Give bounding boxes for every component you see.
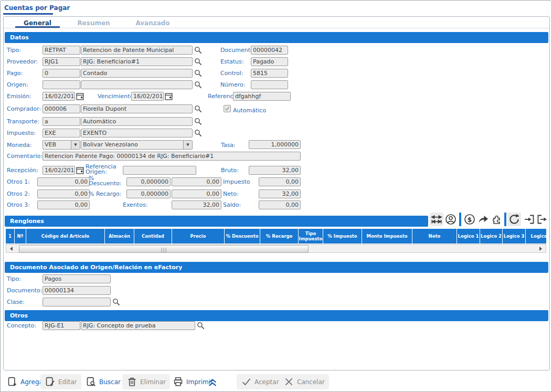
saldo-field[interactable]: 0,00 — [259, 200, 301, 209]
proveedor-code-field[interactable]: RJG1 — [43, 57, 80, 66]
doc-tipo-field[interactable]: Pagos — [43, 274, 111, 283]
tab-resumen[interactable]: Resumen — [74, 19, 113, 27]
otros3-field[interactable]: 0,00 — [37, 200, 90, 209]
buscar-button[interactable]: Buscar — [81, 374, 125, 389]
documento-field[interactable]: 00000042 — [251, 46, 288, 55]
user-icon[interactable] — [444, 213, 457, 226]
concepto-desc-field[interactable]: RJG: Concepto de prueba — [81, 321, 195, 330]
grid-column-header[interactable]: Monto Impuesto — [362, 229, 412, 243]
grid-column-header[interactable]: Código del Artículo — [26, 229, 105, 243]
currency-icon[interactable]: $ — [463, 213, 476, 226]
transporte-code-field[interactable]: a — [43, 117, 80, 126]
import-icon[interactable] — [523, 213, 536, 226]
grid-column-header[interactable]: Nº — [15, 229, 26, 243]
pago-search-icon[interactable] — [194, 69, 202, 77]
monto-descuento-field[interactable]: 0,00 — [172, 177, 221, 186]
numero-field[interactable] — [251, 80, 288, 89]
grid-column-header[interactable]: Neto — [412, 229, 457, 243]
tab-avanzado[interactable]: Avanzado — [132, 19, 174, 27]
recepcion-field[interactable]: 16/02/201 — [43, 166, 75, 175]
editar-button[interactable]: Editar — [40, 374, 81, 389]
monto-recargo-field[interactable]: 0,00 — [172, 189, 221, 198]
vencimiento-field[interactable]: 16/02/201 — [131, 92, 164, 101]
pago-desc-field[interactable]: Contado — [81, 69, 193, 78]
grid-column-header[interactable]: Logico 1 — [457, 229, 480, 243]
comprador-desc-field[interactable]: Fiorella Dupont — [81, 104, 193, 113]
grid-horizontal-scrollbar[interactable] — [6, 244, 546, 253]
otros2-field[interactable]: 0,00 — [37, 189, 90, 198]
moneda-desc-value: Bolivar Venezolano — [83, 141, 138, 148]
transporte-desc-field[interactable]: Automático — [81, 117, 193, 126]
export-icon[interactable] — [536, 213, 548, 226]
grid-column-header[interactable]: Precio — [172, 229, 225, 243]
exentos-label: Exentos: — [123, 202, 147, 208]
tipo-search-icon[interactable] — [194, 46, 202, 54]
vencimiento-calendar-icon[interactable] — [165, 92, 173, 100]
exentos-field[interactable]: 32,00 — [172, 200, 221, 209]
eliminar-button[interactable]: Eliminar — [122, 374, 170, 389]
recepcion-calendar-icon[interactable] — [76, 166, 84, 174]
estatus-field[interactable]: Pagado — [251, 57, 288, 66]
origen-desc-field[interactable] — [81, 80, 193, 89]
grid-column-header[interactable]: % Recargo — [260, 229, 299, 243]
tipo-desc-field[interactable]: Retencion de Patente Municipal — [81, 46, 193, 55]
comentario-field[interactable]: Retencion Patente Pago: 00000134 de RJG:… — [43, 152, 301, 161]
comprador-search-icon[interactable] — [194, 105, 202, 113]
emision-calendar-icon[interactable] — [76, 92, 84, 100]
impuesto-desc-field[interactable]: EXENTO — [81, 129, 193, 137]
puzzle-icon[interactable] — [491, 213, 503, 226]
moneda-desc-dropdown-icon[interactable]: ▼ — [183, 141, 192, 149]
automatico-checkbox[interactable] — [224, 105, 231, 112]
grid-column-header[interactable]: Cantidad — [134, 229, 172, 243]
proveedor-search-icon[interactable] — [194, 58, 202, 66]
otros1-field[interactable]: 0,00 — [37, 177, 90, 186]
neto-field[interactable]: 32,00 — [259, 189, 301, 198]
moneda-desc-select[interactable]: Bolivar Venezolano ▼ — [81, 140, 193, 150]
aceptar-button[interactable]: Aceptar — [237, 374, 283, 389]
grid-column-header[interactable]: Logico 3 — [503, 229, 526, 243]
doc-clase-field[interactable] — [43, 298, 111, 306]
doc-documento-label: Documento: — [7, 287, 42, 294]
bruto-field[interactable]: 32,00 — [249, 166, 301, 175]
moneda-code-select[interactable]: VEB ▼ — [43, 140, 80, 150]
moneda-code-dropdown-icon[interactable]: ▼ — [71, 141, 80, 149]
pago-code-field[interactable]: 0 — [43, 69, 80, 78]
grid-column-header[interactable]: % Descuento — [225, 229, 260, 243]
forward-icon[interactable] — [477, 213, 490, 226]
scrollbar-thumb[interactable] — [19, 245, 309, 253]
column-resize-button[interactable] — [430, 213, 443, 226]
grid-column-header[interactable]: Logico 2 — [480, 229, 503, 243]
tab-general[interactable]: General — [15, 19, 60, 27]
doc-documento-field[interactable]: 00000134 — [43, 286, 111, 295]
chevrons-up-icon[interactable] — [207, 376, 218, 388]
referencia-field[interactable]: dfgahhgf — [233, 92, 291, 101]
grid-column-header[interactable]: % Impuesto — [323, 229, 362, 243]
impuesto-code-field[interactable]: EXE — [43, 129, 80, 137]
impuesto-total-field[interactable]: 0,00 — [259, 177, 301, 186]
grid-column-header[interactable]: 1 — [6, 229, 15, 243]
doc-clase-search-icon[interactable] — [112, 298, 120, 306]
impuesto-search-icon[interactable] — [194, 129, 202, 137]
proveedor-desc-field[interactable]: RJG: Beneficiario#1 — [81, 57, 193, 66]
concepto-search-icon[interactable] — [197, 322, 205, 330]
tasa-field[interactable]: 1,000000 — [249, 140, 301, 149]
pct-descuento-field[interactable]: 0,000000 — [126, 177, 171, 186]
numero-label: Número: — [220, 81, 245, 88]
origen-search-icon[interactable] — [194, 81, 202, 89]
pct-recargo-field[interactable]: 0,000000 — [126, 189, 171, 198]
control-field[interactable]: 5815 — [251, 69, 288, 78]
cancelar-button[interactable]: Cancelar — [279, 374, 329, 389]
comprador-code-field[interactable]: 000006 — [43, 104, 80, 113]
referencia-origen-field[interactable] — [123, 166, 196, 175]
tipo-code-field[interactable]: RETPAT — [43, 46, 80, 55]
scrollbar-right-arrow[interactable] — [539, 247, 544, 251]
grid-column-header[interactable]: Almacén — [105, 229, 134, 243]
origen-code-field[interactable] — [43, 80, 80, 89]
grid-column-header[interactable]: Tipo Impuesto — [299, 229, 323, 243]
grid-column-header[interactable]: Logico 4 — [526, 229, 546, 243]
concepto-code-field[interactable]: RJG-E1 — [43, 321, 80, 330]
refresh-button[interactable] — [507, 213, 521, 226]
emision-field[interactable]: 16/02/201 — [43, 92, 75, 101]
scrollbar-left-arrow[interactable] — [8, 247, 13, 251]
transporte-search-icon[interactable] — [194, 118, 202, 125]
